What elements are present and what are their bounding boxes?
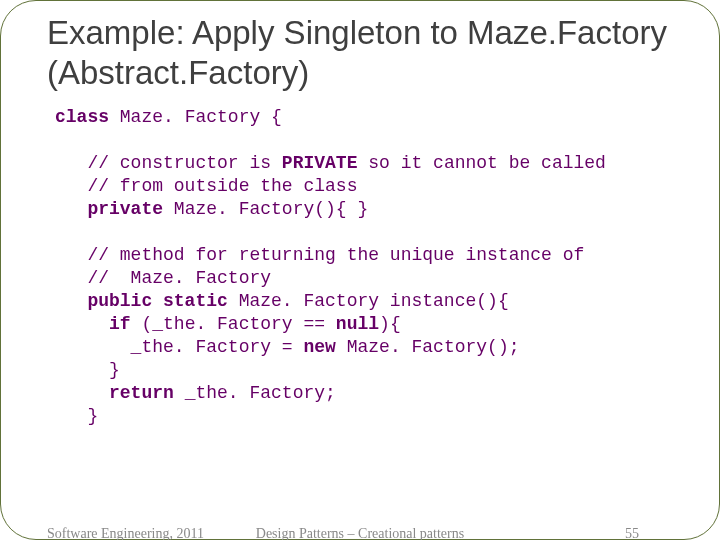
comment: // Maze. Factory — [55, 268, 271, 288]
kw-class: class — [55, 107, 109, 127]
code-text: (_the. Factory == — [141, 314, 335, 334]
slide: Example: Apply Singleton to Maze.Factory… — [0, 0, 720, 540]
code-text: Maze. Factory(); — [347, 337, 520, 357]
footer-right: 55 — [625, 526, 639, 540]
code-text: } — [55, 360, 120, 380]
comment: so it cannot be called — [357, 153, 605, 173]
slide-title: Example: Apply Singleton to Maze.Factory… — [19, 13, 701, 94]
code-text: Maze. Factory(){ } — [174, 199, 368, 219]
code-text: } — [55, 406, 98, 426]
code-text: _the. Factory = — [55, 337, 303, 357]
kw-null: null — [336, 314, 379, 334]
kw-private: private — [55, 199, 174, 219]
code-text: ){ — [379, 314, 401, 334]
kw-new: new — [303, 337, 346, 357]
kw-if: if — [55, 314, 141, 334]
comment: // from outside the class — [55, 176, 357, 196]
emph-private: PRIVATE — [282, 153, 358, 173]
code-block: class Maze. Factory { // constructor is … — [19, 94, 701, 428]
comment: // method for returning the unique insta… — [55, 245, 584, 265]
code-text: Maze. Factory instance(){ — [239, 291, 509, 311]
footer-center: Design Patterns – Creational patterns — [1, 526, 719, 540]
kw-public-static: public static — [55, 291, 239, 311]
comment: // constructor is — [55, 153, 282, 173]
code-text: _the. Factory; — [185, 383, 336, 403]
kw-return: return — [55, 383, 185, 403]
code-text: Maze. Factory { — [109, 107, 282, 127]
